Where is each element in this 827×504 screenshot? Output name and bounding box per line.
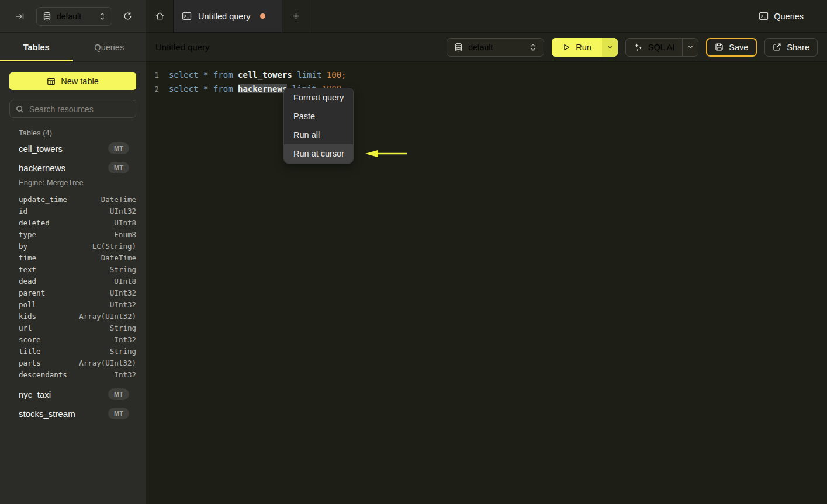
home-button[interactable] xyxy=(146,0,174,32)
tab-untitled-query[interactable]: Untitled query xyxy=(174,0,282,32)
tables-section-label: Tables (4) xyxy=(19,128,52,137)
sql-ai-options-button[interactable] xyxy=(682,39,698,56)
database-selector-value: default xyxy=(57,12,94,21)
column-type: DateTime xyxy=(101,195,136,204)
run-button[interactable]: Run xyxy=(552,38,602,57)
search-input[interactable] xyxy=(29,105,130,114)
toolbar-database-selector[interactable]: default xyxy=(447,38,544,57)
queries-label: Queries xyxy=(774,12,804,21)
column-name: parent xyxy=(19,289,45,297)
column-name: descendants xyxy=(19,370,67,379)
sidebar-tab-tables[interactable]: Tables xyxy=(0,33,73,61)
column-name: deleted xyxy=(19,218,50,227)
engine-badge: MT xyxy=(108,408,129,419)
column-row: titleString xyxy=(19,345,136,357)
sidebar-topbar: default xyxy=(0,0,146,33)
line-number: 2 xyxy=(146,85,159,93)
code-line: 2select * from hackernews limit 1000 xyxy=(146,82,827,96)
column-type: Array(UInt32) xyxy=(79,312,136,321)
column-name: url xyxy=(19,324,32,332)
column-row: typeEnum8 xyxy=(19,228,136,240)
database-icon xyxy=(43,12,51,21)
tab-label: Untitled query xyxy=(198,12,250,21)
menu-item-paste[interactable]: Paste xyxy=(284,107,353,126)
new-table-label: New table xyxy=(61,77,98,86)
database-icon xyxy=(454,43,463,52)
column-row: deadUInt8 xyxy=(19,275,136,287)
table-row-stocks-stream[interactable]: stocks_stream MT xyxy=(9,405,136,422)
code-text: select * from cell_towers limit 100; xyxy=(169,70,347,79)
new-tab-button[interactable] xyxy=(282,0,310,32)
annotation-arrow xyxy=(364,148,409,159)
engine-badge: MT xyxy=(108,388,129,400)
new-table-button[interactable]: New table xyxy=(9,72,136,90)
column-name: parts xyxy=(19,359,41,367)
column-row: timeDateTime xyxy=(19,252,136,263)
column-type: LC(String) xyxy=(92,242,136,251)
column-name: score xyxy=(19,335,41,344)
column-type: UInt8 xyxy=(114,218,136,227)
search-box xyxy=(9,100,136,118)
column-type: UInt32 xyxy=(110,207,136,215)
column-name: id xyxy=(19,207,27,215)
column-name: update_time xyxy=(19,195,67,204)
menu-item-run-at-cursor[interactable]: Run at cursor xyxy=(284,144,353,163)
column-name: time xyxy=(19,253,36,262)
database-selector-value: default xyxy=(468,43,524,52)
terminal-icon xyxy=(182,12,192,20)
table-row-cell-towers[interactable]: cell_towers MT xyxy=(9,140,136,157)
save-button[interactable]: Save xyxy=(706,38,757,57)
floppy-icon xyxy=(715,43,724,51)
sql-ai-button[interactable]: SQL AI xyxy=(626,39,682,56)
menu-item-format-query[interactable]: Format query xyxy=(284,88,353,107)
column-type: String xyxy=(110,324,136,332)
column-name: text xyxy=(19,265,36,274)
chevron-down-icon xyxy=(607,44,613,50)
play-icon xyxy=(562,43,570,51)
context-menu: Format queryPasteRun allRun at cursor xyxy=(283,88,354,164)
column-row: kidsArray(UInt32) xyxy=(19,310,136,322)
sparkles-icon xyxy=(634,43,643,52)
table-name: nyc_taxi xyxy=(19,390,51,399)
sql-ai-label: SQL AI xyxy=(648,43,674,52)
query-title: Untitled query xyxy=(155,42,210,52)
table-row-nyc-taxi[interactable]: nyc_taxi MT xyxy=(9,385,136,403)
column-type: Int32 xyxy=(114,335,136,344)
sql-editor[interactable]: 1select * from cell_towers limit 100;2se… xyxy=(146,62,827,504)
column-row: byLC(String) xyxy=(19,240,136,252)
topbar-spacer xyxy=(310,0,759,32)
sidebar: default Tables Queries New table Tables … xyxy=(0,0,146,504)
column-row: descendantsInt32 xyxy=(19,369,136,380)
column-name: dead xyxy=(19,277,36,286)
column-row: scoreInt32 xyxy=(19,333,136,345)
column-type: UInt32 xyxy=(110,289,136,297)
column-row: parentUInt32 xyxy=(19,287,136,298)
engine-badge: MT xyxy=(108,142,129,154)
share-button[interactable]: Share xyxy=(764,38,818,57)
collapse-sidebar-button[interactable] xyxy=(13,9,27,23)
line-number: 1 xyxy=(146,71,159,79)
updown-chevron-icon xyxy=(99,12,106,20)
table-row-hackernews[interactable]: hackernews MT xyxy=(9,159,136,176)
table-name: cell_towers xyxy=(19,144,63,154)
run-split-button: Run xyxy=(552,38,618,57)
column-name: by xyxy=(19,242,27,251)
column-type: String xyxy=(110,265,136,274)
menu-item-run-all[interactable]: Run all xyxy=(284,126,353,144)
sidebar-tab-queries[interactable]: Queries xyxy=(73,33,146,61)
run-options-button[interactable] xyxy=(602,38,618,57)
sidebar-database-selector[interactable]: default xyxy=(36,7,112,26)
toolbar-controls: default Run xyxy=(447,38,818,57)
run-label: Run xyxy=(576,43,591,52)
column-type: UInt32 xyxy=(110,300,136,309)
column-row: urlString xyxy=(19,322,136,333)
queries-button[interactable]: Queries xyxy=(759,0,804,32)
column-row: deletedUInt8 xyxy=(19,217,136,228)
search-icon xyxy=(16,105,24,113)
refresh-button[interactable] xyxy=(120,9,135,23)
plus-icon xyxy=(292,12,300,20)
column-type: DateTime xyxy=(101,253,136,262)
column-row: idUInt32 xyxy=(19,205,136,217)
share-icon xyxy=(773,43,781,51)
refresh-icon xyxy=(123,11,133,21)
